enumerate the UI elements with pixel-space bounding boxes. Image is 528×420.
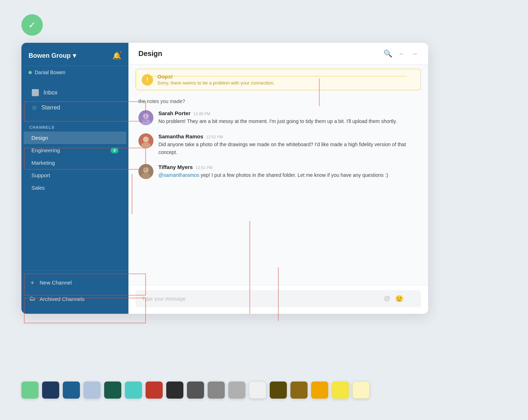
sender-name: Sarah Porter (158, 110, 191, 116)
emoji-icon[interactable]: 🙂 (395, 295, 403, 303)
palette-swatch (270, 381, 287, 399)
palette-swatch (311, 381, 328, 399)
channel-item-sales[interactable]: Sales (24, 181, 126, 194)
palette-swatch (63, 381, 80, 399)
message-time: 12:52 PM (206, 135, 223, 139)
avatar (138, 110, 153, 125)
back-arrow-icon[interactable]: ← (398, 50, 405, 58)
palette-swatch (187, 381, 204, 399)
sidebar-item-inbox[interactable]: ⬜ Inbox (24, 85, 126, 100)
sidebar-nav: ⬜ Inbox ☆ Starred (21, 81, 128, 119)
palette-swatch (208, 381, 225, 399)
app-window: Bowen Group ▾ 🔔 Danial Bowen ⬜ Inbox ☆ S… (21, 43, 428, 314)
previous-message-text: the notes you made? (138, 95, 418, 110)
new-channel-label: New Channel (40, 280, 72, 286)
input-icons: @ 🙂 (384, 295, 403, 303)
message-text: @samantharamos yep! I put a few photos i… (158, 171, 388, 179)
message-time: 12:48 PM (193, 112, 210, 116)
channel-item-engineering[interactable]: Engineering 4 (24, 144, 126, 157)
notification-dot (119, 50, 122, 53)
palette-swatch (249, 381, 266, 399)
avatar (138, 133, 153, 148)
main-content: Design 🔍 ← → ! Oops! Sorry, there seems … (128, 43, 428, 314)
search-icon[interactable]: 🔍 (384, 49, 392, 58)
svg-point-7 (143, 167, 149, 173)
palette-swatch (332, 381, 349, 399)
palette-swatch (166, 381, 183, 399)
palette-swatch (146, 381, 163, 399)
message-input-box: Type your message @ 🙂 (136, 290, 421, 307)
message-body: Sarah Porter 12:48 PM No problem! They a… (158, 110, 397, 126)
channel-item-marketing[interactable]: Marketing (24, 157, 126, 169)
plus-icon: ＋ (29, 278, 35, 287)
sidebar-item-starred[interactable]: ☆ Starred (24, 100, 126, 115)
new-channel-button[interactable]: ＋ New Channel (21, 274, 128, 291)
mention-link[interactable]: @samantharamos (158, 172, 199, 178)
inbox-icon: ⬜ (31, 89, 39, 97)
channels-section-label: CHANNELS (21, 119, 128, 132)
engineering-badge: 4 (111, 148, 118, 153)
workspace-dropdown-arrow: ▾ (73, 52, 76, 60)
message-body: Samantha Ramos 12:52 PM Did anyone take … (158, 133, 418, 156)
palette-swatch (352, 381, 370, 399)
channel-item-design[interactable]: Design (24, 132, 126, 144)
channel-support-label: Support (31, 172, 50, 178)
color-palette (21, 381, 370, 399)
avatar (138, 164, 153, 179)
star-icon: ☆ (31, 104, 37, 112)
archive-icon: 🗂 (29, 295, 35, 302)
username: Danial Bowen (35, 70, 65, 75)
message-text: Did anyone take a photo of the drawings … (158, 141, 418, 156)
palette-swatch (21, 381, 39, 399)
notification-bell[interactable]: 🔔 (112, 51, 121, 60)
sender-name: Tiffany Myers (158, 164, 193, 170)
message-item: Sarah Porter 12:48 PM No problem! They a… (138, 110, 418, 126)
archived-channels-button[interactable]: 🗂 Archived Channels (21, 291, 128, 307)
sidebar: Bowen Group ▾ 🔔 Danial Bowen ⬜ Inbox ☆ S… (21, 43, 128, 314)
error-icon: ! (142, 74, 153, 86)
forward-arrow-icon[interactable]: → (411, 50, 418, 58)
message-text-body: yep! I put a few photos in the shared fo… (200, 172, 388, 178)
sidebar-footer: ＋ New Channel 🗂 Archived Channels (21, 270, 128, 314)
palette-swatch (290, 381, 308, 399)
message-input-placeholder[interactable]: Type your message (142, 296, 384, 302)
inbox-label: Inbox (44, 89, 57, 96)
messages-area: the notes you made? Sarah Porter 12:48 P… (128, 92, 428, 285)
channel-item-support[interactable]: Support (24, 169, 126, 181)
svg-point-1 (143, 113, 149, 119)
channel-design-label: Design (31, 135, 48, 141)
header-actions: 🔍 ← → (384, 49, 418, 58)
message-text: No problem! They are a bit messy at the … (158, 118, 397, 126)
error-text: Oops! Sorry, there seems to be a problem… (157, 73, 275, 86)
channel-sales-label: Sales (31, 185, 45, 191)
chat-header: Design 🔍 ← → (128, 43, 428, 65)
message-item: Samantha Ramos 12:52 PM Did anyone take … (138, 133, 418, 156)
svg-point-4 (143, 137, 149, 142)
user-status: Danial Bowen (21, 66, 128, 81)
palette-swatch (42, 381, 59, 399)
error-banner: ! Oops! Sorry, there seems to be a probl… (136, 69, 421, 90)
starred-label: Starred (41, 104, 60, 111)
message-header: Sarah Porter 12:48 PM (158, 110, 397, 116)
chat-title: Design (138, 50, 162, 58)
palette-swatch (125, 381, 142, 399)
message-header: Samantha Ramos 12:52 PM (158, 133, 418, 139)
channel-engineering-label: Engineering (31, 147, 60, 153)
success-check-icon: ✓ (21, 14, 43, 36)
at-mention-icon[interactable]: @ (384, 295, 390, 303)
sender-name: Samantha Ramos (158, 133, 203, 139)
error-description: Sorry, there seems to be a problem with … (157, 80, 275, 86)
message-body: Tiffany Myers 12:51 PM @samantharamos ye… (158, 164, 388, 179)
message-time: 12:51 PM (196, 165, 212, 170)
error-title: Oops! (157, 73, 275, 80)
palette-swatch (228, 381, 245, 399)
sidebar-header: Bowen Group ▾ 🔔 (21, 43, 128, 66)
archived-channels-label: Archived Channels (40, 296, 85, 302)
message-item: Tiffany Myers 12:51 PM @samantharamos ye… (138, 164, 418, 179)
palette-swatch (83, 381, 101, 399)
workspace-title: Bowen Group (29, 52, 71, 60)
online-status-dot (29, 71, 32, 74)
workspace-name[interactable]: Bowen Group ▾ (29, 52, 76, 60)
message-header: Tiffany Myers 12:51 PM (158, 164, 388, 170)
message-input-area: Type your message @ 🙂 (128, 285, 428, 314)
